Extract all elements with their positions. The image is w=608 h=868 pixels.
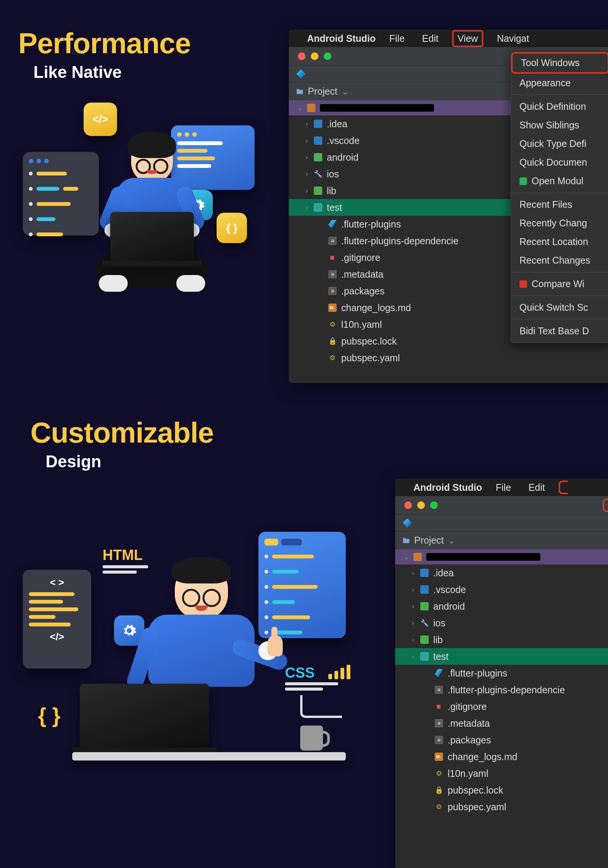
chevron-right-icon: › xyxy=(304,204,309,212)
project-tree-2[interactable]: ⌄›.idea›.vscode›android›🔧ios›lib›test.fl… xyxy=(395,549,608,815)
tree-item--vscode[interactable]: ›.vscode xyxy=(395,581,608,598)
gear-icon xyxy=(122,623,137,638)
tree-item-label: .flutter-plugins xyxy=(448,668,507,679)
menu-item-recent-changes[interactable]: Recent Changes xyxy=(511,251,608,270)
tree-item-label: pubspec.yaml xyxy=(448,802,506,813)
menu-item-quick-switch[interactable]: Quick Switch Sc xyxy=(511,298,608,317)
tree-item-label: lib xyxy=(433,634,443,645)
chevron-down-icon: ⌄ xyxy=(404,553,409,561)
menu-item-recently-changed[interactable]: Recently Chang xyxy=(511,214,608,232)
compare-icon xyxy=(519,280,527,288)
menu-navigate[interactable]: Navigat xyxy=(493,32,533,46)
tree-root-row[interactable]: ⌄ xyxy=(395,549,608,564)
redacted-bar xyxy=(426,553,540,561)
code-card-dark-icon: < > </> xyxy=(23,570,91,669)
project-panel-title: Project xyxy=(308,86,337,97)
tree-item-label: .metadata xyxy=(448,718,490,729)
desk-icon xyxy=(72,752,346,760)
tree-item-label: android xyxy=(433,601,465,612)
tree-item-change-logs-md[interactable]: M↓change_logs.md xyxy=(395,748,608,765)
tree-item-label: ios xyxy=(327,169,339,180)
tree-item--metadata[interactable]: ≡.metadata xyxy=(395,715,608,732)
mac-menubar-2: Android Studio File Edit xyxy=(395,479,608,496)
tree-item-label: l10n.yaml xyxy=(341,319,382,330)
tree-item-lib[interactable]: ›lib xyxy=(395,631,608,648)
chevron-right-icon: › xyxy=(304,137,309,145)
chevron-right-icon: › xyxy=(410,636,416,644)
tree-item-l10n-yaml[interactable]: ⚙l10n.yaml xyxy=(395,765,608,782)
menu-item-tool-windows[interactable]: Tool Windows xyxy=(511,52,608,74)
tree-item-label: .idea xyxy=(327,119,347,130)
tree-item-ios[interactable]: ›🔧ios xyxy=(395,615,608,631)
project-folder-icon xyxy=(402,536,410,545)
section-heading-performance: Performance Like Native xyxy=(18,27,191,82)
maximize-window-icon[interactable] xyxy=(324,52,331,60)
menu-file[interactable]: File xyxy=(386,32,408,46)
tree-item-label: .gitignore xyxy=(448,701,487,712)
chevron-right-icon: › xyxy=(304,153,309,161)
folder-icon xyxy=(307,104,315,112)
subtitle-design: Design xyxy=(46,452,214,471)
menu-file-2[interactable]: File xyxy=(492,481,515,495)
menu-item-appearance[interactable]: Appearance xyxy=(511,74,608,92)
menu-item-quick-definition[interactable]: Quick Definition xyxy=(511,97,608,116)
mac-menubar: Android Studio File Edit View Navigat xyxy=(289,30,608,47)
angle-brackets-close-icon: </> xyxy=(29,631,85,643)
menu-item-quick-type[interactable]: Quick Type Defi xyxy=(511,134,608,153)
minimize-window-icon[interactable] xyxy=(417,501,425,509)
minimize-window-icon[interactable] xyxy=(311,52,318,60)
text-lines-icon-2 xyxy=(285,682,342,691)
menu-view[interactable]: View xyxy=(452,30,483,47)
tree-item-label: .vscode xyxy=(433,584,466,595)
menu-item-open-module[interactable]: Open Modul xyxy=(511,172,608,190)
chevron-down-icon: ⌄ xyxy=(448,535,456,546)
tree-item--flutter-plugins-dependencie[interactable]: ≡.flutter-plugins-dependencie xyxy=(395,681,608,698)
menu-item-show-siblings[interactable]: Show Siblings xyxy=(511,116,608,134)
title-performance: Performance xyxy=(18,27,191,60)
css-label: CSS xyxy=(285,665,315,681)
tree-item-test[interactable]: ›test xyxy=(395,648,608,665)
close-window-icon[interactable] xyxy=(404,501,412,509)
menu-item-bidi[interactable]: Bidi Text Base D xyxy=(511,322,608,340)
menu-item-recent-files[interactable]: Recent Files xyxy=(511,195,608,214)
code-chip-icon: </> xyxy=(84,103,117,136)
chevron-right-icon: › xyxy=(304,120,309,128)
project-panel-header-2[interactable]: Project ⌄ xyxy=(395,531,608,549)
folder-icon xyxy=(413,553,422,561)
android-studio-window-2: Android Studio File Edit Project ⌄ ⌄›.id… xyxy=(395,479,608,868)
menu-item-compare[interactable]: Compare Wi xyxy=(511,275,608,293)
tree-item-pubspec-yaml[interactable]: ⚙pubspec.yaml xyxy=(395,798,608,815)
menu-edit PM[interactable]: Edit xyxy=(525,481,549,495)
tree-item--gitignore[interactable]: ◆.gitignore xyxy=(395,698,608,715)
tree-item-label: l10n.yaml xyxy=(448,768,488,779)
tree-item-label: ios xyxy=(433,618,445,629)
tree-item-pubspec-lock[interactable]: 🔒pubspec.lock xyxy=(395,782,608,798)
ide-toolbar-2 xyxy=(395,514,608,531)
window-traffic-lights-2 xyxy=(395,496,608,514)
braces-icon: { } xyxy=(38,703,60,727)
app-name-2: Android Studio xyxy=(413,482,482,493)
close-window-icon[interactable] xyxy=(298,52,306,60)
tree-item--idea[interactable]: ›.idea xyxy=(395,564,608,581)
braces-glyph-icon: { } xyxy=(226,222,238,234)
menu-item-quick-doc[interactable]: Quick Documen xyxy=(511,153,608,172)
tree-item-label: .flutter-plugins xyxy=(341,219,401,230)
maximize-window-icon[interactable] xyxy=(430,501,438,509)
tree-item--packages[interactable]: ≡.packages xyxy=(395,732,608,748)
project-folder-icon xyxy=(296,87,304,96)
title-customizable: Customizable xyxy=(30,416,214,449)
chevron-right-icon: › xyxy=(410,569,416,577)
tree-item-label: .gitignore xyxy=(341,252,380,263)
menu-edit[interactable]: Edit xyxy=(418,32,442,46)
chevron-right-icon: › xyxy=(410,586,416,594)
chevron-down-icon: ⌄ xyxy=(341,86,349,97)
tree-item-pubspec-yaml[interactable]: ⚙pubspec.yaml xyxy=(289,349,608,366)
tree-item-android[interactable]: ›android xyxy=(395,598,608,615)
tree-item--flutter-plugins[interactable]: .flutter-plugins xyxy=(395,665,608,681)
redacted-bar xyxy=(320,104,434,112)
code-glyph-icon: </> xyxy=(93,113,108,125)
chevron-down-icon: ⌄ xyxy=(297,104,302,112)
tree-item-label: .flutter-plugins-dependencie xyxy=(341,236,459,247)
menu-item-recent-location[interactable]: Recent Location xyxy=(511,232,608,251)
tree-item-label: .packages xyxy=(448,735,491,746)
